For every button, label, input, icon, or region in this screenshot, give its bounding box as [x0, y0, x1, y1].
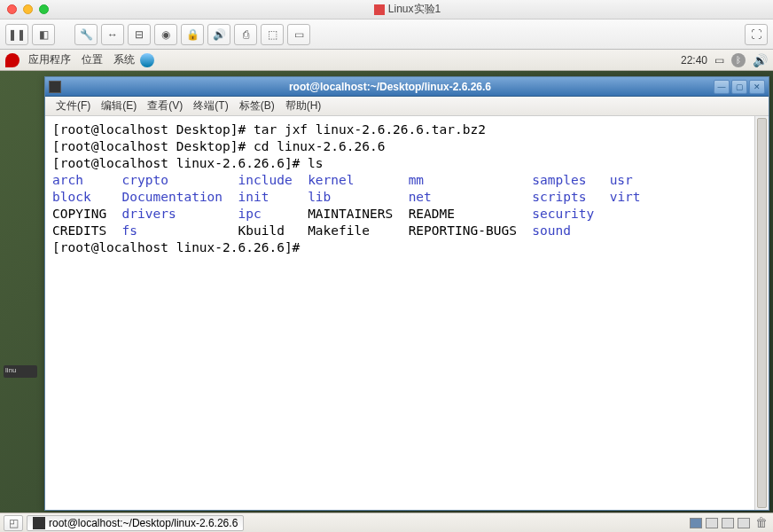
terminal-icon — [49, 81, 61, 93]
browser-launcher-icon[interactable] — [140, 53, 154, 67]
taskbar-terminal-item[interactable]: root@localhost:~/Desktop/linux-2.6.26.6 — [27, 515, 244, 531]
minimize-button[interactable]: — — [714, 80, 730, 94]
gnome-top-panel: 应用程序 位置 系统 22:40 ▭ ᛒ 🔊 — [0, 50, 773, 71]
printer-icon[interactable]: ⎙ — [234, 24, 257, 45]
gnome-bottom-panel: ◰ root@localhost:~/Desktop/linux-2.6.26.… — [0, 512, 773, 532]
close-button[interactable]: ✕ — [749, 80, 765, 94]
terminal-scrollbar[interactable] — [754, 116, 769, 510]
mac-window-title: Linux实验1 — [49, 2, 766, 17]
menu-terminal[interactable]: 终端(T) — [188, 98, 233, 113]
minimized-window-thumb[interactable]: linu — [4, 365, 37, 378]
network-icon[interactable]: ↔ — [101, 24, 124, 45]
terminal-body[interactable]: [root@localhost Desktop]# tar jxf linux-… — [45, 116, 769, 510]
terminal-menubar: 文件(F) 编辑(E) 查看(V) 终端(T) 标签(B) 帮助(H) — [45, 97, 769, 116]
pause-vm-button[interactable]: ❚❚ — [5, 24, 28, 45]
terminal-output[interactable]: [root@localhost Desktop]# tar jxf linux-… — [45, 116, 769, 262]
settings-icon[interactable]: 🔧 — [74, 24, 98, 45]
bluetooth-icon[interactable]: ᛒ — [731, 53, 746, 67]
terminal-titlebar[interactable]: root@localhost:~/Desktop/linux-2.6.26.6 … — [45, 77, 769, 97]
traffic-lights — [7, 4, 49, 14]
menu-help[interactable]: 帮助(H) — [280, 98, 327, 113]
workspace-3[interactable] — [722, 518, 734, 528]
volume-icon[interactable]: 🔊 — [753, 53, 768, 67]
system-menu[interactable]: 系统 — [108, 52, 140, 67]
menu-file[interactable]: 文件(F) — [51, 98, 96, 113]
minimize-window-button[interactable] — [23, 4, 33, 14]
mac-titlebar: Linux实验1 — [0, 0, 773, 20]
display-icon[interactable]: ▭ — [287, 24, 310, 45]
fullscreen-button[interactable]: ⛶ — [745, 24, 768, 45]
mac-title-text: Linux实验1 — [388, 2, 441, 17]
zoom-window-button[interactable] — [39, 4, 49, 14]
cdrom-icon[interactable]: ◉ — [154, 24, 177, 45]
trash-icon[interactable]: 🗑 — [753, 515, 769, 531]
scrollbar-thumb[interactable] — [757, 118, 767, 508]
sound-icon[interactable]: 🔊 — [207, 24, 230, 45]
terminal-title: root@localhost:~/Desktop/linux-2.6.26.6 — [66, 81, 714, 93]
redhat-icon — [5, 53, 20, 67]
menu-tabs[interactable]: 标签(B) — [234, 98, 280, 113]
menu-edit[interactable]: 编辑(E) — [96, 98, 142, 113]
terminal-window: root@localhost:~/Desktop/linux-2.6.26.6 … — [44, 76, 769, 511]
desktop: linu root@localhost:~/Desktop/linux-2.6.… — [0, 71, 773, 512]
workspace-2[interactable] — [706, 518, 718, 528]
workspace-4[interactable] — [738, 518, 750, 528]
usb-icon[interactable]: ⬚ — [261, 24, 284, 45]
lock-icon[interactable]: 🔒 — [181, 24, 204, 45]
maximize-button[interactable]: ▢ — [731, 80, 747, 94]
vm-file-icon — [374, 4, 385, 15]
clock[interactable]: 22:40 — [681, 54, 707, 66]
disk-icon[interactable]: ⊟ — [128, 24, 151, 45]
snapshot-vm-button[interactable]: ◧ — [32, 24, 55, 45]
applications-menu[interactable]: 应用程序 — [23, 52, 76, 67]
vm-toolbar: ❚❚ ◧ 🔧 ↔ ⊟ ◉ 🔒 🔊 ⎙ ⬚ ▭ ⛶ — [0, 20, 773, 50]
terminal-icon — [33, 517, 45, 529]
workspace-1[interactable] — [690, 518, 702, 528]
places-menu[interactable]: 位置 — [76, 52, 108, 67]
close-window-button[interactable] — [7, 4, 17, 14]
menu-view[interactable]: 查看(V) — [142, 98, 188, 113]
taskbar-item-label: root@localhost:~/Desktop/linux-2.6.26.6 — [49, 517, 238, 529]
battery-icon[interactable]: ▭ — [714, 54, 724, 66]
show-desktop-button[interactable]: ◰ — [4, 515, 23, 531]
